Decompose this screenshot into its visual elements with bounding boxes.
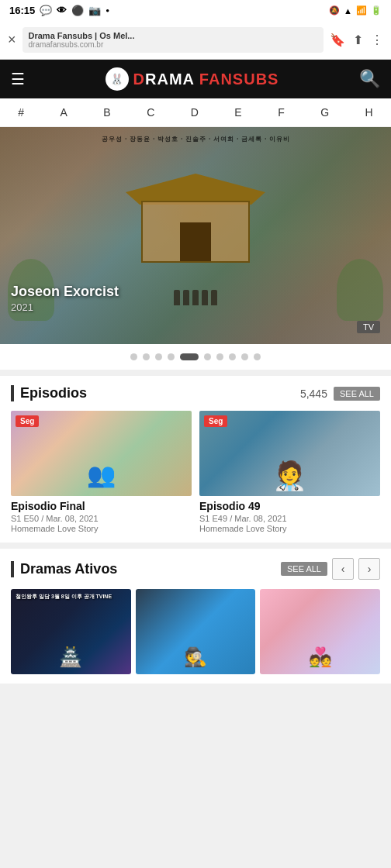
dot-6[interactable]	[204, 353, 211, 360]
search-button[interactable]: 🔍	[359, 69, 380, 89]
episodes-see-all-button[interactable]: SEE ALL	[334, 387, 380, 401]
episode-title-2: Episodio 49	[199, 500, 380, 512]
drama-overlay-1: 철인왕후 일담 3월 8일 이후 공개 TVINE	[16, 594, 112, 600]
wifi-icon: ▲	[344, 6, 352, 16]
logo-icon: 🐰	[106, 67, 129, 91]
dot-3[interactable]	[155, 353, 162, 360]
url-box[interactable]: Drama Fansubs | Os Mel... dramafansubs.c…	[22, 27, 324, 53]
dot-4[interactable]	[168, 353, 175, 360]
dramas-section: Dramas Ativos SEE ALL ‹ › 철인왕후 일담 3월 8일 …	[0, 549, 391, 684]
browser-bar: × Drama Fansubs | Os Mel... dramafansubs…	[0, 21, 391, 60]
episode-card-1[interactable]: Seg Episodio Final S1 E50 / Mar. 08, 202…	[11, 411, 192, 533]
alpha-f[interactable]: F	[275, 105, 288, 120]
episode-sub-2: S1 E49 / Mar. 08, 2021	[199, 514, 380, 523]
episode-card-2[interactable]: Seg Episodio 49 S1 E49 / Mar. 08, 2021 H…	[199, 411, 380, 533]
episodes-header: Episodios 5,445 SEE ALL	[11, 385, 380, 401]
alpha-h[interactable]: H	[362, 105, 376, 120]
episodes-meta: 5,445 SEE ALL	[300, 387, 380, 401]
logo-text: DRAMA FANSUBS	[133, 71, 279, 88]
battery-icon: 🔋	[371, 5, 382, 16]
logo-fansubs: FANSUBS	[199, 71, 279, 88]
gate-structure	[126, 174, 265, 298]
dot-8[interactable]	[229, 353, 236, 360]
bookmark-icon[interactable]: 🔖	[330, 33, 345, 47]
figure-1	[174, 290, 180, 305]
share-icon[interactable]: ⬆	[353, 33, 363, 47]
circle-icon: ⚫	[71, 5, 84, 16]
hamburger-menu-button[interactable]: ☰	[11, 70, 25, 88]
url-display: dramafansubs.com.br	[29, 40, 317, 49]
more-icon[interactable]: ⋮	[371, 33, 383, 47]
episode-title-1: Episodio Final	[11, 500, 192, 512]
episode-sub-1: S1 E50 / Mar. 08, 2021	[11, 514, 192, 523]
episode-badge-1: Seg	[16, 415, 39, 427]
dramas-next-button[interactable]: ›	[358, 558, 380, 580]
drama-thumb-1[interactable]: 철인왕후 일담 3월 8일 이후 공개 TVINE	[11, 589, 131, 674]
episode-show-2: Homemade Love Story	[199, 524, 380, 533]
episode-thumb-2: Seg	[199, 411, 380, 496]
logo-drama: D	[133, 71, 145, 88]
alpha-hash[interactable]: #	[15, 105, 27, 120]
dramas-section-title: Dramas Ativos	[11, 561, 117, 577]
alpha-g[interactable]: G	[317, 105, 332, 120]
episodes-count: 5,445	[300, 388, 327, 400]
hero-info: Joseon Exorcist 2021	[11, 284, 119, 313]
signal-icon: 📶	[356, 5, 367, 16]
episodes-section: Episodios 5,445 SEE ALL Seg Episodio Fin…	[0, 376, 391, 542]
status-bar: 16:15 💬 👁 ⚫ 📷 ● 🔕 ▲ 📶 🔋	[0, 0, 391, 21]
gate-roof	[126, 174, 265, 205]
dot-9[interactable]	[241, 353, 248, 360]
figure-5	[211, 290, 217, 305]
dot-2[interactable]	[143, 353, 150, 360]
alpha-b[interactable]: B	[100, 105, 113, 120]
episode-badge-2: Seg	[204, 415, 227, 427]
hero-type-badge: TV	[357, 321, 380, 333]
figure-4	[202, 290, 208, 305]
gate-body	[141, 201, 250, 263]
dramas-nav: SEE ALL ‹ ›	[281, 558, 380, 580]
instagram-icon: 📷	[88, 5, 101, 16]
alpha-e[interactable]: E	[231, 105, 244, 120]
figure-3	[192, 290, 199, 305]
hero-dots	[0, 344, 391, 370]
eye-icon: 👁	[57, 5, 67, 16]
dramas-row: 철인왕후 일담 3월 8일 이후 공개 TVINE	[11, 589, 380, 674]
gate-door	[180, 222, 211, 261]
dot-5-active[interactable]	[180, 353, 199, 360]
dramas-see-all-button[interactable]: SEE ALL	[281, 562, 327, 576]
browser-close-button[interactable]: ×	[8, 32, 16, 48]
dramas-header: Dramas Ativos SEE ALL ‹ ›	[11, 558, 380, 580]
drama-thumb-3[interactable]	[260, 589, 380, 674]
bell-mute-icon: 🔕	[329, 5, 340, 16]
hero-title: Joseon Exorcist	[11, 284, 119, 300]
alpha-a[interactable]: A	[57, 105, 71, 120]
dramas-prev-button[interactable]: ‹	[332, 558, 354, 580]
episode-show-1: Homemade Love Story	[11, 524, 192, 533]
drama-thumb-2[interactable]	[136, 589, 256, 674]
dot-1[interactable]	[130, 353, 137, 360]
hero-section[interactable]: 공우성・장동윤・박성호・진솔주・서여희・금세록・이유비 Joseon Exorc	[0, 127, 391, 344]
episodes-section-title: Episodios	[11, 385, 87, 401]
episodes-grid: Seg Episodio Final S1 E50 / Mar. 08, 202…	[11, 411, 380, 533]
alpha-d[interactable]: D	[188, 105, 202, 120]
alpha-c[interactable]: C	[144, 105, 157, 120]
figure-2	[183, 290, 189, 305]
dot-7[interactable]	[216, 353, 223, 360]
time-display: 16:15	[9, 5, 35, 16]
episode-thumb-1: Seg	[11, 411, 192, 496]
messenger-icon: 💬	[40, 5, 52, 16]
page-title-browser: Drama Fansubs | Os Mel...	[29, 31, 317, 40]
hero-year: 2021	[11, 301, 119, 313]
dot-10[interactable]	[254, 353, 261, 360]
site-header: ☰ 🐰 DRAMA FANSUBS 🔍	[0, 60, 391, 98]
site-logo[interactable]: 🐰 DRAMA FANSUBS	[106, 67, 279, 91]
alpha-navigation: # A B C D E F G H	[0, 98, 391, 127]
dot-icon: ●	[106, 7, 109, 14]
hero-figures	[174, 290, 217, 305]
